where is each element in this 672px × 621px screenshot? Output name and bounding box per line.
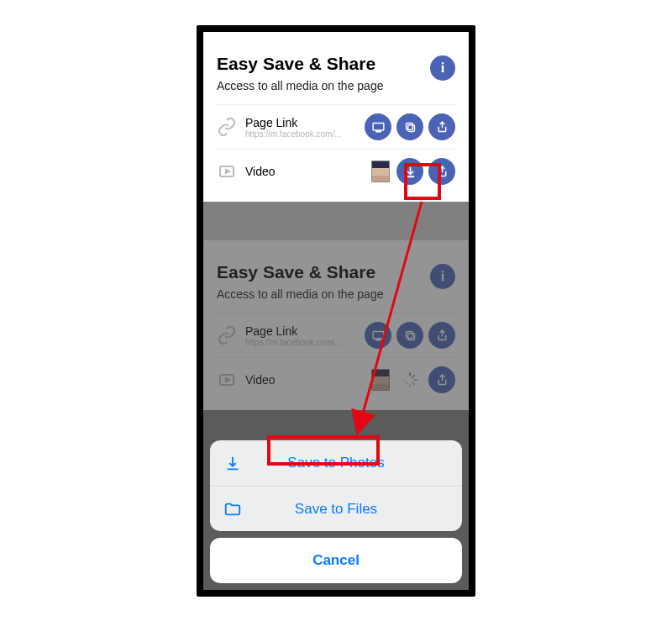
svg-rect-9 [407,333,414,339]
action-sheet-group: Save to Photos Save to Files [210,440,462,531]
svg-line-20 [406,376,407,377]
share-card-top: Easy Save & Share Access to all media on… [203,32,469,202]
card-header: Easy Save & Share Access to all media on… [215,254,457,313]
svg-rect-3 [406,123,412,129]
link-icon [217,117,237,137]
info-icon: i [441,269,444,284]
card-title: Easy Save & Share [217,54,383,74]
card-title: Easy Save & Share [217,262,383,282]
info-button[interactable]: i [430,264,455,289]
copy-button[interactable] [396,113,423,140]
download-button[interactable] [396,158,423,185]
share-button[interactable] [428,158,455,185]
video-thumbnail[interactable] [371,161,390,182]
share-card-bottom: Easy Save & Share Access to all media on… [203,240,469,410]
svg-line-18 [406,382,407,384]
sheet-item-label: Save to Files [295,501,377,518]
open-button[interactable] [365,113,391,140]
video-thumbnail[interactable] [371,369,390,391]
copy-button[interactable] [396,322,423,349]
row-video: Video [215,149,457,193]
phone-frame: Easy Save & Share Access to all media on… [197,25,475,597]
svg-marker-5 [226,170,229,173]
svg-rect-7 [373,331,384,339]
row-url: https://m.facebook.com/... [245,338,363,347]
row-label: Page Link [245,116,365,129]
share-button[interactable] [428,113,455,140]
svg-line-16 [412,382,414,384]
row-url: https://m.facebook.com/... [245,129,363,139]
link-icon [217,325,237,345]
folder-icon [223,500,242,518]
save-to-photos-button[interactable]: Save to Photos [210,440,462,486]
row-page-link: Page Link https://m.facebook.com/... [215,313,457,357]
cancel-button[interactable]: Cancel [210,538,462,583]
svg-rect-8 [375,339,381,339]
info-icon: i [441,61,444,76]
row-page-link: Page Link https://m.facebook.com/... [215,105,457,149]
sheet-item-label: Save to Photos [287,455,384,471]
save-to-files-button[interactable]: Save to Files [210,486,462,531]
svg-rect-0 [373,123,384,130]
info-button[interactable]: i [430,55,455,81]
row-label: Video [245,373,371,387]
row-label: Page Link [245,324,365,338]
svg-line-14 [412,376,414,377]
row-video: Video [215,357,457,402]
cancel-label: Cancel [312,552,360,569]
open-button[interactable] [365,322,391,349]
card-subtitle: Access to all media on the page [217,79,383,92]
card-header: Easy Save & Share Access to all media on… [215,45,457,105]
row-label: Video [245,165,371,178]
share-button[interactable] [428,366,455,393]
action-sheet: Save to Photos Save to Files Cancel [210,440,462,583]
svg-marker-12 [226,378,229,382]
video-icon [217,161,237,182]
loading-spinner-icon [402,371,418,388]
video-icon [217,370,237,390]
card-subtitle: Access to all media on the page [217,287,383,301]
svg-rect-1 [375,130,381,131]
svg-rect-6 [407,176,414,176]
svg-rect-2 [407,124,414,131]
share-button[interactable] [428,322,455,349]
svg-rect-10 [406,331,412,338]
screen: Easy Save & Share Access to all media on… [203,32,469,590]
save-to-photos-icon [223,454,242,472]
